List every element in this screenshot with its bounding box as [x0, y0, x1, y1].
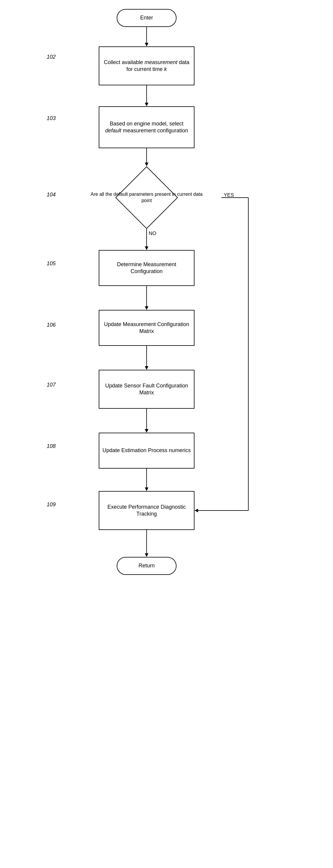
label-102: 102: [47, 54, 56, 60]
node-104-diamond: Are all the default parameters present i…: [72, 166, 222, 229]
node-102: Collect available measurement datafor cu…: [99, 46, 195, 85]
label-105: 105: [47, 260, 56, 267]
svg-marker-11: [145, 366, 148, 370]
label-106: 106: [47, 322, 56, 328]
node-105: Determine Measurement Configuration: [99, 250, 195, 286]
svg-marker-13: [145, 429, 148, 433]
svg-marker-9: [145, 306, 148, 310]
label-103: 103: [47, 115, 56, 122]
label-108: 108: [47, 443, 56, 450]
svg-marker-1: [145, 43, 148, 46]
svg-marker-21: [195, 509, 198, 512]
label-109: 109: [47, 501, 56, 508]
node-109: Execute Performance Diagnostic Tracking: [99, 491, 195, 530]
svg-marker-3: [145, 103, 148, 106]
svg-marker-7: [145, 246, 148, 250]
node-107: Update Sensor Fault Configuration Matrix: [99, 370, 195, 409]
node-106: Update Measurement Configuration Matrix: [99, 310, 195, 346]
no-label: NO: [149, 230, 157, 237]
svg-marker-17: [145, 553, 148, 557]
svg-marker-15: [145, 488, 148, 491]
node-103: Based on engine model, select default me…: [99, 106, 195, 148]
enter-node: Enter: [117, 9, 176, 27]
label-107: 107: [47, 382, 56, 388]
yes-label: YES: [224, 192, 234, 198]
flowchart-container: Enter 102 Collect available measurement …: [0, 0, 333, 868]
node-108: Update Estimation Process numerics: [99, 433, 195, 469]
label-104: 104: [47, 192, 56, 198]
return-node: Return: [117, 557, 176, 575]
svg-marker-5: [145, 163, 148, 166]
